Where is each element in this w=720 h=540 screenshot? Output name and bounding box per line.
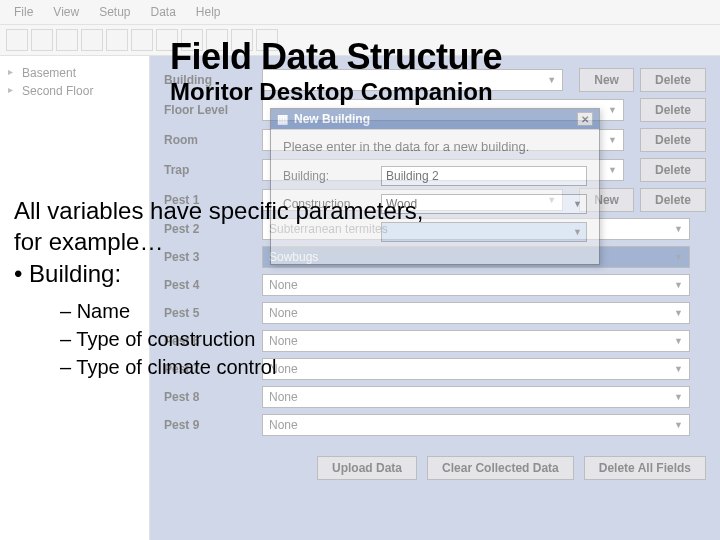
form-input-pest-9[interactable]: None▼ <box>262 414 690 436</box>
form-value: None <box>269 418 298 432</box>
form-input-pest-8[interactable]: None▼ <box>262 386 690 408</box>
toolbar-button[interactable] <box>256 29 278 51</box>
form-label-pest-5: Pest 5 <box>164 306 254 320</box>
tree-item-second-floor[interactable]: Second Floor <box>4 82 145 100</box>
toolbar-button[interactable] <box>181 29 203 51</box>
menu-file[interactable]: File <box>6 3 41 21</box>
form-input-pest-7[interactable]: None▼ <box>262 358 690 380</box>
form-row: Pest 8None▼ <box>164 386 706 408</box>
toolbar-button[interactable] <box>131 29 153 51</box>
form-label-pest-4: Pest 4 <box>164 278 254 292</box>
menu-bar: File View Setup Data Help <box>0 0 720 25</box>
chevron-down-icon: ▼ <box>674 280 683 290</box>
close-icon[interactable]: ✕ <box>577 112 593 126</box>
form-row: Pest 5None▼ <box>164 302 706 324</box>
chevron-down-icon: ▼ <box>547 75 556 85</box>
form-value: None <box>269 278 298 292</box>
tree-panel: Basement Second Floor <box>0 56 150 540</box>
chevron-down-icon: ▼ <box>573 227 582 237</box>
app-window: File View Setup Data Help Basement Secon… <box>0 0 720 540</box>
toolbar-button[interactable] <box>6 29 28 51</box>
building-icon: ▦ <box>277 112 288 126</box>
toolbar-button[interactable] <box>156 29 178 51</box>
clear-collected-button[interactable]: Clear Collected Data <box>427 456 574 480</box>
delete-button[interactable]: Delete <box>640 98 706 122</box>
delete-all-fields-button[interactable]: Delete All Fields <box>584 456 706 480</box>
toolbar-button[interactable] <box>106 29 128 51</box>
form-value: None <box>269 390 298 404</box>
form-label-room: Room <box>164 133 254 147</box>
chevron-down-icon: ▼ <box>608 135 617 145</box>
form-value: None <box>269 334 298 348</box>
menu-setup[interactable]: Setup <box>91 3 138 21</box>
bottom-buttons: Upload Data Clear Collected Data Delete … <box>164 456 706 480</box>
form-label-pest-9: Pest 9 <box>164 418 254 432</box>
dialog-field-label: Construction <box>283 197 373 211</box>
dialog-titlebar: ▦ New Building ✕ <box>271 109 599 129</box>
toolbar-button[interactable] <box>31 29 53 51</box>
chevron-down-icon: ▼ <box>573 199 582 209</box>
form-value: None <box>269 362 298 376</box>
form-label-floor-level: Floor Level <box>164 103 254 117</box>
form-label-pest-3: Pest 3 <box>164 250 254 264</box>
dialog-field-value: Wood <box>386 197 417 211</box>
dialog-field-input[interactable]: ▼ <box>381 222 587 242</box>
form-row: Building▼NewDelete <box>164 68 706 92</box>
dialog-row: ConstructionWood▼ <box>283 194 587 214</box>
form-label-pest-1: Pest 1 <box>164 193 254 207</box>
toolbar-button[interactable] <box>231 29 253 51</box>
chevron-down-icon: ▼ <box>674 224 683 234</box>
dialog-row: ▼ <box>283 222 587 242</box>
delete-button[interactable]: Delete <box>640 158 706 182</box>
form-label-pest-8: Pest 8 <box>164 390 254 404</box>
form-row: Pest 9None▼ <box>164 414 706 436</box>
form-label-building: Building <box>164 73 254 87</box>
form-label-pest-7: Pest 7 <box>164 362 254 376</box>
chevron-down-icon: ▼ <box>674 252 683 262</box>
form-input-pest-6[interactable]: None▼ <box>262 330 690 352</box>
chevron-down-icon: ▼ <box>674 392 683 402</box>
dialog-field-value: Building 2 <box>386 169 439 183</box>
tree-item-basement[interactable]: Basement <box>4 64 145 82</box>
new-building-dialog: ▦ New Building ✕ Please enter in the dat… <box>270 108 600 265</box>
chevron-down-icon: ▼ <box>674 364 683 374</box>
toolbar-button[interactable] <box>81 29 103 51</box>
form-input-pest-4[interactable]: None▼ <box>262 274 690 296</box>
form-row: Pest 4None▼ <box>164 274 706 296</box>
new-button[interactable]: New <box>579 68 634 92</box>
form-row: Pest 7None▼ <box>164 358 706 380</box>
chevron-down-icon: ▼ <box>608 165 617 175</box>
form-row: Pest 6None▼ <box>164 330 706 352</box>
delete-button[interactable]: Delete <box>640 188 706 212</box>
toolbar <box>0 25 720 56</box>
delete-button[interactable]: Delete <box>640 128 706 152</box>
form-label-pest-6: Pest 6 <box>164 334 254 348</box>
chevron-down-icon: ▼ <box>608 105 617 115</box>
dialog-field-input[interactable]: Building 2 <box>381 166 587 186</box>
form-input-pest-5[interactable]: None▼ <box>262 302 690 324</box>
form-input-building[interactable]: ▼ <box>262 69 563 91</box>
chevron-down-icon: ▼ <box>674 308 683 318</box>
dialog-field-input[interactable]: Wood▼ <box>381 194 587 214</box>
upload-data-button[interactable]: Upload Data <box>317 456 417 480</box>
toolbar-button[interactable] <box>206 29 228 51</box>
dialog-title-text: New Building <box>294 112 370 126</box>
menu-view[interactable]: View <box>45 3 87 21</box>
form-label-trap: Trap <box>164 163 254 177</box>
dialog-row: Building:Building 2 <box>283 166 587 186</box>
menu-help[interactable]: Help <box>188 3 229 21</box>
chevron-down-icon: ▼ <box>674 336 683 346</box>
dialog-field-label: Building: <box>283 169 373 183</box>
dialog-prompt: Please enter in the data for a new build… <box>283 139 587 154</box>
form-label-pest-2: Pest 2 <box>164 222 254 236</box>
delete-button[interactable]: Delete <box>640 68 706 92</box>
form-value: None <box>269 306 298 320</box>
menu-data[interactable]: Data <box>143 3 184 21</box>
chevron-down-icon: ▼ <box>674 420 683 430</box>
toolbar-button[interactable] <box>56 29 78 51</box>
